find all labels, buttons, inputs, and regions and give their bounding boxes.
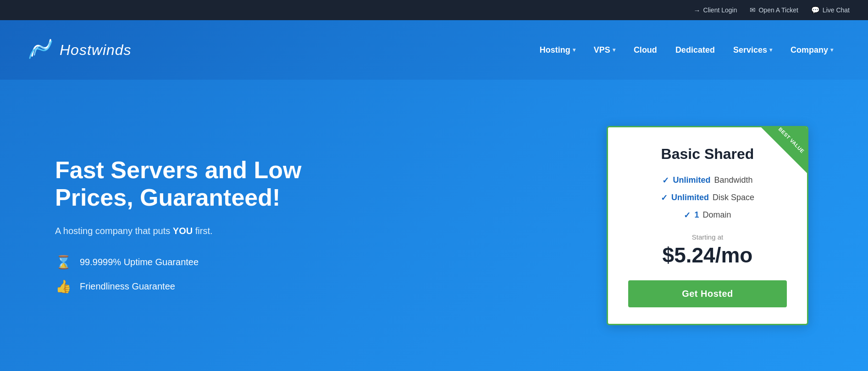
hero-section: Fast Servers and Low Prices, Guaranteed!…: [0, 80, 868, 371]
best-value-ribbon: BEST VALUE: [761, 127, 807, 173]
nav-cloud[interactable]: Cloud: [626, 42, 664, 59]
main-nav: Hosting ▾ VPS ▾ Cloud Dedicated Services…: [532, 42, 840, 59]
nav-company-label: Company: [791, 45, 828, 55]
check-icon: ✓: [661, 193, 668, 203]
feature-list: ✓ Unlimited Bandwidth ✓ Unlimited Disk S…: [628, 175, 787, 220]
hero-content: Fast Servers and Low Prices, Guaranteed!…: [55, 157, 602, 295]
open-ticket-link[interactable]: ✉ Open A Ticket: [750, 6, 798, 14]
check-icon: ✓: [662, 175, 669, 186]
nav-hosting[interactable]: Hosting ▾: [532, 42, 583, 59]
nav-vps-label: VPS: [594, 45, 610, 55]
nav-services[interactable]: Services ▾: [726, 42, 780, 59]
list-item: ✓ 1 Domain: [628, 210, 787, 220]
best-value-label: BEST VALUE: [776, 127, 806, 155]
chevron-down-icon: ▾: [613, 47, 615, 53]
pricing-starting-label: Starting at: [628, 233, 787, 241]
nav-company[interactable]: Company ▾: [783, 42, 840, 59]
feature-text: Domain: [702, 210, 731, 220]
pricing-amount: $5.24/mo: [628, 243, 787, 267]
open-ticket-label: Open A Ticket: [758, 6, 798, 14]
top-bar: → Client Login ✉ Open A Ticket 💬 Live Ch…: [0, 0, 868, 20]
nav-cloud-label: Cloud: [634, 45, 657, 55]
nav-vps[interactable]: VPS ▾: [586, 42, 623, 59]
uptime-icon: ⌛: [55, 255, 72, 270]
friendliness-icon: 👍: [55, 279, 72, 294]
hero-sub-emphasis: YOU: [173, 226, 193, 236]
chevron-down-icon: ▾: [769, 47, 772, 53]
chat-icon: 💬: [811, 6, 820, 14]
get-hosted-button[interactable]: Get Hosted: [628, 280, 787, 307]
logo-text: Hostwinds: [60, 42, 132, 59]
pricing-card: BEST VALUE Basic Shared ✓ Unlimited Band…: [607, 126, 808, 325]
list-item: ✓ Unlimited Bandwidth: [628, 175, 787, 186]
feature-highlight: 1: [694, 210, 699, 220]
client-login-label: Client Login: [703, 6, 737, 14]
chevron-down-icon: ▾: [830, 47, 833, 53]
list-item: ✓ Unlimited Disk Space: [628, 193, 787, 203]
hero-subheading: A hosting company that puts YOU first.: [55, 226, 575, 236]
hero-sub-prefix: A hosting company that puts: [55, 226, 173, 236]
list-item: 👍 Friendliness Guarantee: [55, 279, 575, 294]
nav-services-label: Services: [733, 45, 767, 55]
feature-text: Disk Space: [713, 193, 754, 202]
nav-dedicated-label: Dedicated: [675, 45, 715, 55]
feature-highlight: Unlimited: [671, 193, 709, 202]
chevron-down-icon: ▾: [573, 47, 575, 53]
pricing-card-container: BEST VALUE Basic Shared ✓ Unlimited Band…: [602, 126, 813, 325]
live-chat-label: Live Chat: [823, 6, 850, 14]
live-chat-link[interactable]: 💬 Live Chat: [811, 6, 850, 14]
check-icon: ✓: [684, 210, 691, 220]
uptime-guarantee-text: 99.9999% Uptime Guarantee: [80, 257, 199, 267]
feature-text: Bandwidth: [714, 175, 752, 185]
hero-heading: Fast Servers and Low Prices, Guaranteed!: [55, 157, 348, 212]
list-item: ⌛ 99.9999% Uptime Guarantee: [55, 255, 575, 270]
logo[interactable]: Hostwinds: [28, 38, 132, 63]
header: Hostwinds Hosting ▾ VPS ▾ Cloud Dedicate…: [0, 20, 868, 80]
feature-highlight: Unlimited: [673, 175, 710, 185]
ticket-icon: ✉: [750, 6, 756, 14]
friendliness-guarantee-text: Friendliness Guarantee: [80, 281, 175, 292]
nav-hosting-label: Hosting: [540, 45, 570, 55]
logo-icon: [28, 38, 55, 63]
client-login-link[interactable]: → Client Login: [694, 6, 737, 14]
hero-sub-suffix: first.: [193, 226, 212, 236]
login-icon: →: [694, 6, 701, 14]
guarantee-list: ⌛ 99.9999% Uptime Guarantee 👍 Friendline…: [55, 255, 575, 294]
nav-dedicated[interactable]: Dedicated: [668, 42, 722, 59]
